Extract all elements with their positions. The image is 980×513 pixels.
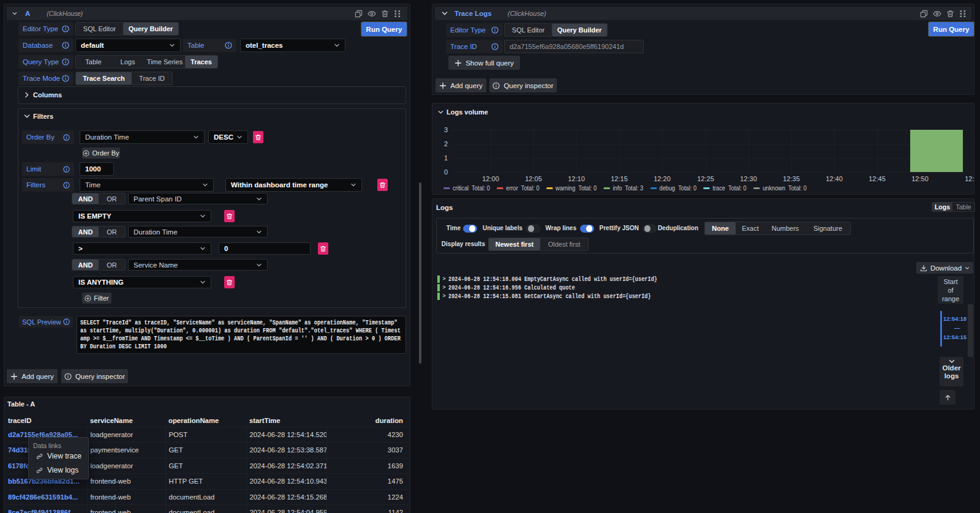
svg-text:12:50: 12:50 <box>911 175 929 181</box>
svg-text:12:20: 12:20 <box>654 175 671 181</box>
svg-text:12:15: 12:15 <box>611 175 628 181</box>
svg-text:12:40: 12:40 <box>826 175 843 181</box>
svg-text:3: 3 <box>444 126 448 133</box>
svg-text:12:30: 12:30 <box>740 175 757 181</box>
svg-text:0: 0 <box>444 168 448 176</box>
svg-text:1: 1 <box>444 154 448 162</box>
svg-text:12:45: 12:45 <box>869 175 886 181</box>
svg-text:12:10: 12:10 <box>568 175 585 181</box>
svg-text:12:55: 12:55 <box>965 175 974 181</box>
svg-text:12:25: 12:25 <box>697 175 714 181</box>
svg-text:12:35: 12:35 <box>783 175 800 181</box>
svg-text:12:00: 12:00 <box>482 175 499 181</box>
svg-text:12:05: 12:05 <box>525 175 542 181</box>
svg-text:2: 2 <box>444 140 448 148</box>
